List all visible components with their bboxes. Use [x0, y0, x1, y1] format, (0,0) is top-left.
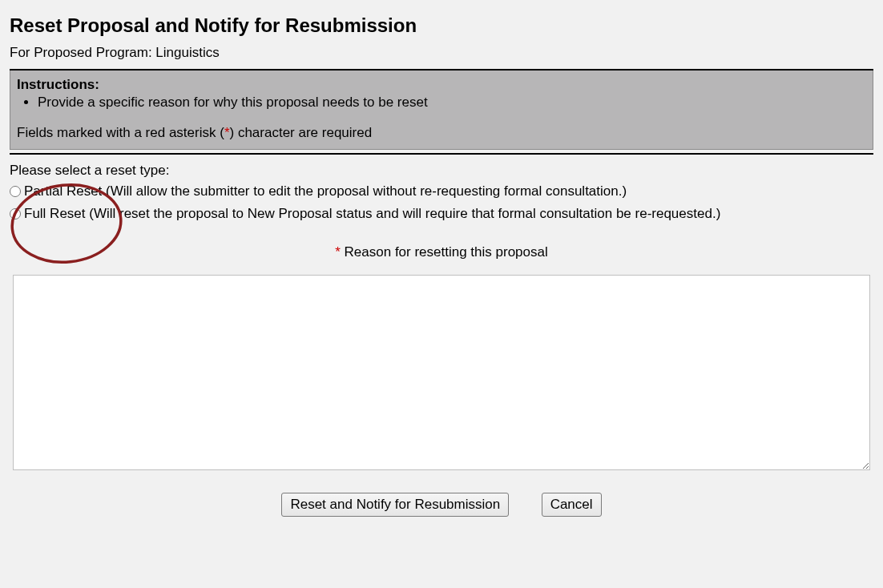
subtitle: For Proposed Program: Linguistics	[10, 45, 873, 61]
reason-label: Reason for resetting this proposal	[341, 244, 548, 260]
button-row: Reset and Notify for Resubmission Cancel	[10, 493, 873, 517]
program-name: Linguistics	[155, 45, 219, 60]
form-container: Reset Proposal and Notify for Resubmissi…	[0, 0, 883, 517]
reason-label-row: * Reason for resetting this proposal	[10, 244, 873, 260]
cancel-button[interactable]: Cancel	[542, 493, 602, 517]
instructions-list: Provide a specific reason for why this p…	[38, 95, 865, 111]
instructions-box: Instructions: Provide a specific reason …	[10, 70, 873, 150]
reset-type-prompt: Please select a reset type:	[10, 163, 873, 179]
required-note-pre: Fields marked with a red asterisk (	[17, 125, 224, 140]
required-asterisk: *	[224, 125, 230, 140]
reset-type-option-partial[interactable]: Partial Reset (Will allow the submitter …	[10, 183, 873, 199]
radio-full-reset[interactable]	[10, 208, 21, 219]
reason-textarea[interactable]	[13, 275, 870, 470]
radio-partial-reset[interactable]	[10, 186, 21, 197]
reset-and-notify-button[interactable]: Reset and Notify for Resubmission	[281, 493, 509, 517]
required-note-post: ) character are required	[230, 125, 373, 140]
reset-type-option-full[interactable]: Full Reset (Will reset the proposal to N…	[10, 206, 873, 222]
reset-type-section: Please select a reset type: Partial Rese…	[5, 163, 873, 222]
instructions-item: Provide a specific reason for why this p…	[38, 95, 865, 111]
subtitle-prefix: For Proposed Program:	[10, 45, 155, 60]
instructions-label: Instructions:	[17, 77, 865, 93]
radio-full-label: Full Reset (Will reset the proposal to N…	[24, 206, 720, 222]
reason-asterisk: *	[335, 244, 341, 260]
radio-partial-label: Partial Reset (Will allow the submitter …	[24, 183, 627, 199]
page-title: Reset Proposal and Notify for Resubmissi…	[10, 14, 873, 37]
required-note: Fields marked with a red asterisk (*) ch…	[17, 125, 865, 141]
divider-instructions	[10, 153, 873, 155]
